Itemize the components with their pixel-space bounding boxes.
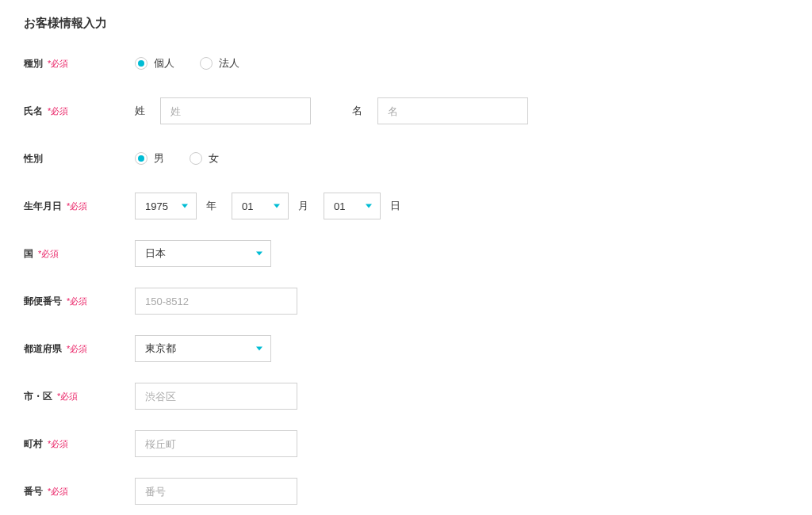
- label-type-text: 種別: [24, 57, 43, 71]
- label-number-text: 番号: [24, 485, 43, 498]
- label-prefecture: 都道府県 *必須: [24, 342, 135, 356]
- row-prefecture: 都道府県 *必須 東京都: [24, 335, 788, 362]
- required-postal: *必須: [67, 296, 87, 307]
- month-unit: 月: [298, 199, 314, 213]
- label-type: 種別 *必須: [24, 57, 135, 71]
- prefecture-value: 東京都: [145, 341, 176, 356]
- month-select[interactable]: 01: [232, 193, 289, 219]
- row-name: 氏名 *必須 姓 名: [24, 97, 788, 124]
- label-city-text: 市・区: [24, 390, 52, 403]
- year-value: 1975: [145, 200, 168, 212]
- row-type: 種別 *必須 個人 法人: [24, 50, 788, 77]
- row-city: 市・区 *必須: [24, 383, 788, 410]
- city-input[interactable]: [135, 383, 297, 410]
- day-unit: 日: [390, 199, 406, 213]
- required-birthday: *必須: [67, 200, 87, 212]
- radio-group-male[interactable]: 男: [135, 151, 164, 166]
- label-birthday: 生年月日 *必須: [24, 200, 135, 213]
- required-number: *必須: [48, 486, 68, 498]
- first-name-input[interactable]: [377, 97, 528, 124]
- last-name-input[interactable]: [160, 97, 311, 124]
- day-value: 01: [334, 200, 345, 212]
- row-gender: 性別 男 女: [24, 145, 788, 172]
- chevron-down-icon: [274, 204, 280, 208]
- label-name: 氏名 *必須: [24, 105, 135, 118]
- day-select[interactable]: 01: [324, 193, 381, 219]
- radio-group-corporation[interactable]: 法人: [200, 56, 239, 71]
- country-value: 日本: [145, 246, 166, 261]
- label-country-text: 国: [24, 247, 33, 261]
- chevron-down-icon: [256, 252, 262, 256]
- first-name-label: 名: [352, 104, 368, 118]
- label-number: 番号 *必須: [24, 485, 135, 498]
- chevron-down-icon: [366, 204, 372, 208]
- chevron-down-icon: [256, 347, 262, 351]
- town-input[interactable]: [135, 430, 297, 457]
- label-birthday-text: 生年月日: [24, 200, 62, 213]
- row-postal: 郵便番号 *必須: [24, 288, 788, 315]
- radio-individual[interactable]: [135, 57, 147, 70]
- radio-male[interactable]: [135, 152, 147, 165]
- year-select[interactable]: 1975: [135, 193, 197, 219]
- radio-label-individual: 個人: [154, 56, 174, 71]
- row-town: 町村 *必須: [24, 430, 788, 457]
- label-gender-text: 性別: [24, 152, 43, 166]
- required-country: *必須: [38, 248, 59, 260]
- chevron-down-icon: [182, 204, 188, 208]
- radio-label-male: 男: [154, 151, 164, 166]
- country-select[interactable]: 日本: [135, 240, 271, 267]
- radio-female[interactable]: [190, 152, 202, 165]
- row-country: 国 *必須 日本: [24, 240, 788, 267]
- label-name-text: 氏名: [24, 105, 43, 118]
- label-postal: 郵便番号 *必須: [24, 295, 135, 308]
- label-prefecture-text: 都道府県: [24, 342, 62, 356]
- label-city: 市・区 *必須: [24, 390, 135, 403]
- radio-label-female: 女: [209, 151, 219, 166]
- last-name-label: 姓: [135, 104, 151, 118]
- label-country: 国 *必須: [24, 247, 135, 261]
- row-birthday: 生年月日 *必須 1975 年 01 月 01 日: [24, 193, 788, 219]
- year-unit: 年: [206, 199, 222, 213]
- radio-group-female[interactable]: 女: [190, 151, 219, 166]
- page-title: お客様情報入力: [24, 16, 788, 31]
- label-town: 町村 *必須: [24, 437, 135, 451]
- prefecture-select[interactable]: 東京都: [135, 335, 271, 362]
- number-input[interactable]: [135, 478, 297, 505]
- required-town: *必須: [48, 438, 68, 450]
- required-name: *必須: [48, 105, 68, 117]
- label-gender: 性別: [24, 152, 135, 166]
- radio-group-individual[interactable]: 個人: [135, 56, 174, 71]
- radio-label-corporation: 法人: [219, 56, 239, 71]
- label-town-text: 町村: [24, 437, 43, 451]
- required-type: *必須: [48, 58, 68, 70]
- required-city: *必須: [57, 391, 78, 402]
- radio-corporation[interactable]: [200, 57, 213, 70]
- postal-input[interactable]: [135, 288, 297, 315]
- month-value: 01: [242, 200, 253, 212]
- label-postal-text: 郵便番号: [24, 295, 62, 308]
- required-prefecture: *必須: [67, 343, 87, 355]
- row-number: 番号 *必須: [24, 478, 788, 505]
